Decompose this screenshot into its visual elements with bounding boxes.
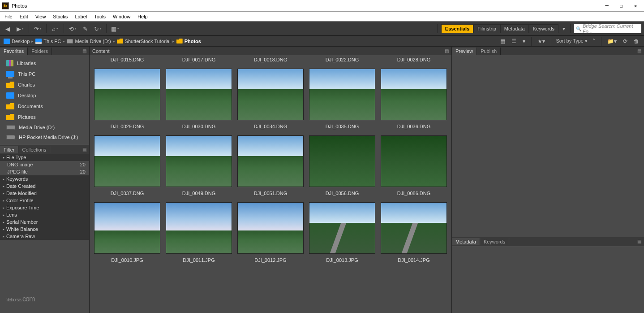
menu-view[interactable]: View xyxy=(32,13,50,20)
filter-row[interactable]: DNG image20 xyxy=(0,161,89,168)
thumbnail[interactable] xyxy=(166,69,232,120)
panel-menu-icon[interactable]: ▤ xyxy=(635,239,644,244)
thumbnail-label[interactable]: DJI_0035.DNG xyxy=(309,124,375,129)
filter-row[interactable]: JPEG file20 xyxy=(0,168,89,175)
boomerang-icon[interactable]: ⟲ xyxy=(68,24,77,34)
sidebar-item-this-pc[interactable]: This PC xyxy=(0,69,89,79)
sidebar-item-charles[interactable]: Charles xyxy=(0,79,89,90)
thumbnail-label[interactable]: DJI_0017.DNG xyxy=(166,57,232,62)
thumbnail-label[interactable]: DJI_0029.DNG xyxy=(94,124,160,129)
minimize-button[interactable]: ─ xyxy=(600,1,614,11)
sidebar-item-pictures[interactable]: Pictures xyxy=(0,112,89,122)
star-filter-icon[interactable]: ★▾ xyxy=(536,38,546,45)
thumbnail-label[interactable]: DJI_0051.DNG xyxy=(237,191,304,196)
list-view-icon[interactable]: ☰ xyxy=(510,38,518,45)
thumbnail-label[interactable]: DJI_0015.DNG xyxy=(94,57,160,62)
filter-group-file-type[interactable]: File Type xyxy=(0,154,89,161)
thumbnail[interactable] xyxy=(94,202,160,254)
breadcrumb-item[interactable]: Photos xyxy=(176,39,201,44)
breadcrumb-item[interactable]: Media Drive (D:)▸ xyxy=(67,39,115,44)
menu-tools[interactable]: Tools xyxy=(90,13,109,20)
sidebar-item-documents[interactable]: Documents xyxy=(0,101,89,112)
thumbnail[interactable] xyxy=(381,202,447,254)
panel-menu-icon[interactable]: ▤ xyxy=(635,48,644,53)
filter-group-keywords[interactable]: Keywords xyxy=(0,175,89,183)
thumbnail-label[interactable]: DJI_0022.DNG xyxy=(309,57,375,62)
thumbnail[interactable] xyxy=(309,135,375,187)
breadcrumb-item[interactable]: This PC▸ xyxy=(35,39,65,44)
thumbnail-label[interactable]: DJI_0012.JPG xyxy=(237,257,304,263)
thumbnail[interactable] xyxy=(237,202,304,254)
close-button[interactable]: ✕ xyxy=(629,1,642,11)
thumbnail-label[interactable]: DJI_0049.DNG xyxy=(166,191,232,196)
filter-group-date-created[interactable]: Date Created xyxy=(0,183,89,190)
workspace-tab-essentials[interactable]: Essentials xyxy=(441,24,473,33)
filter-group-camera-raw[interactable]: Camera Raw xyxy=(0,233,89,240)
tab-keywords[interactable]: Keywords xyxy=(480,238,509,245)
menu-file[interactable]: File xyxy=(1,13,16,20)
panel-menu-icon[interactable]: ▤ xyxy=(445,48,449,53)
trash-icon[interactable]: 🗑 xyxy=(632,38,640,45)
workspace-tab-filmstrip[interactable]: Filmstrip xyxy=(473,24,500,33)
maximize-button[interactable]: ☐ xyxy=(614,1,628,11)
thumbnail-label[interactable]: DJI_0013.JPG xyxy=(309,257,375,263)
refine-icon[interactable]: ✎ xyxy=(80,24,90,34)
menu-label[interactable]: Label xyxy=(71,13,90,20)
thumbnail-label[interactable]: DJI_0037.DNG xyxy=(94,191,160,196)
menu-edit[interactable]: Edit xyxy=(16,13,32,20)
panel-menu-icon[interactable]: ▤ xyxy=(80,48,89,53)
tab-filter[interactable]: Filter xyxy=(0,146,18,153)
filter-group-date-modified[interactable]: Date Modified xyxy=(0,190,89,197)
thumbnail-label[interactable]: DJI_0034.DNG xyxy=(237,124,304,129)
thumbnail-label[interactable]: DJI_0028.DNG xyxy=(381,57,447,62)
breadcrumb-item[interactable]: Desktop▸ xyxy=(4,39,34,44)
menu-stacks[interactable]: Stacks xyxy=(49,13,71,20)
workspace-tab-metadata[interactable]: Metadata xyxy=(500,24,529,33)
thumbnail-label[interactable]: DJI_0056.DNG xyxy=(309,191,375,196)
search-input[interactable]: Bridge Search: Current Fo... xyxy=(574,24,641,33)
panel-menu-icon[interactable]: ▤ xyxy=(80,147,89,152)
reveal-icon[interactable]: ↷ xyxy=(33,24,43,34)
open-icon[interactable]: ↻ xyxy=(93,24,103,34)
menu-help[interactable]: Help xyxy=(134,13,151,20)
sidebar-item-libraries[interactable]: Libraries xyxy=(0,58,89,69)
new-folder-icon[interactable]: 📁▾ xyxy=(606,38,618,45)
rotate-icon[interactable]: ⟳ xyxy=(622,38,629,45)
filter-group-lens[interactable]: Lens xyxy=(0,211,89,218)
thumbnail[interactable] xyxy=(166,202,232,254)
filter-group-exposure-time[interactable]: Exposure Time xyxy=(0,204,89,211)
thumbnail-label[interactable]: DJI_0086.DNG xyxy=(381,191,447,196)
sidebar-item-desktop[interactable]: Desktop xyxy=(0,90,89,101)
tab-favorites[interactable]: Favorites xyxy=(0,48,28,55)
thumbnail[interactable] xyxy=(309,202,375,254)
thumbnail[interactable] xyxy=(381,135,447,187)
workspace-menu-icon[interactable]: ▾ xyxy=(561,25,567,32)
filter-group-color-profile[interactable]: Color Profile xyxy=(0,197,89,204)
thumbnail-label[interactable]: DJI_0036.DNG xyxy=(381,124,447,129)
output-icon[interactable]: ▦ xyxy=(110,24,120,34)
camera-icon[interactable]: ⌂ xyxy=(50,24,60,34)
tab-metadata[interactable]: Metadata xyxy=(452,238,480,245)
thumbnail[interactable] xyxy=(94,135,160,187)
view-menu-icon[interactable]: ▾ xyxy=(521,38,527,45)
back-button[interactable]: ◀ xyxy=(3,24,13,34)
thumbnail[interactable] xyxy=(237,135,304,187)
thumbnail-label[interactable]: DJI_0014.JPG xyxy=(381,257,447,263)
thumbnail-label[interactable]: DJI_0011.JPG xyxy=(166,257,232,263)
thumbnail-grid[interactable]: DJI_0015.DNGDJI_0017.DNGDJI_0018.DNGDJI_… xyxy=(90,55,451,313)
thumbnail[interactable] xyxy=(309,69,375,120)
tab-publish[interactable]: Publish xyxy=(477,48,501,55)
thumbnail[interactable] xyxy=(381,69,447,120)
thumbnail[interactable] xyxy=(94,69,160,120)
thumbnail[interactable] xyxy=(237,69,304,120)
breadcrumb-item[interactable]: ShutterStock Tutorial▸ xyxy=(117,39,175,44)
thumbnail-label[interactable]: DJI_0018.DNG xyxy=(237,57,304,62)
sidebar-item-media-drive-d-[interactable]: Media Drive (D:) xyxy=(0,122,89,132)
tab-collections[interactable]: Collections xyxy=(18,146,50,153)
tab-folders[interactable]: Folders xyxy=(28,48,52,55)
filter-group-serial-number[interactable]: Serial Number xyxy=(0,218,89,226)
menu-window[interactable]: Window xyxy=(109,13,134,20)
forward-button[interactable]: ▶ xyxy=(15,24,25,34)
filter-group-white-balance[interactable]: White Balance xyxy=(0,226,89,233)
thumbnail[interactable] xyxy=(166,135,232,187)
